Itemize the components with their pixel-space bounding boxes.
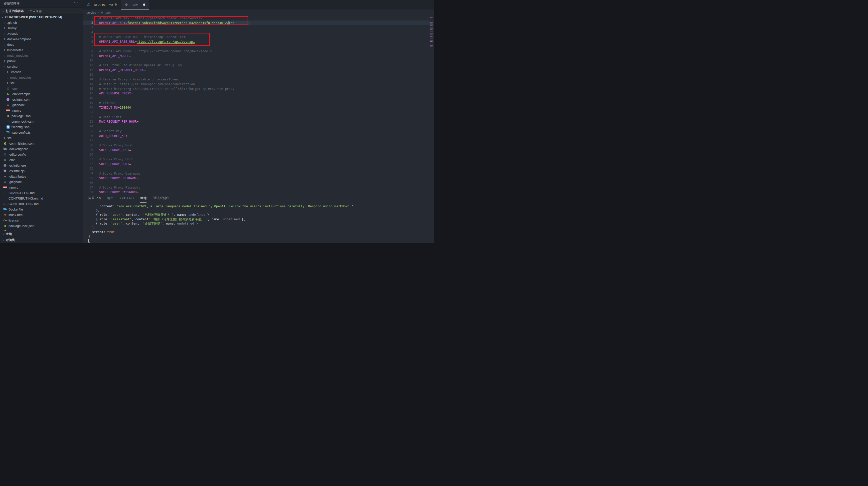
code-line-7[interactable]: 7 xyxy=(83,44,434,49)
line-number[interactable]: 20 xyxy=(83,106,93,109)
line-number[interactable]: 6 xyxy=(83,40,93,44)
code-line-9[interactable]: 9OPENAI_API_MODEL= xyxy=(83,53,434,58)
code-line-15[interactable]: 15# Default: https://ai.fakeopen.com/api… xyxy=(83,82,434,86)
code-line-5[interactable]: 5# OpenAI API Base URL - https://api.ope… xyxy=(83,34,434,39)
terminal-output[interactable]: content: "You are ChatGPT, a large langu… xyxy=(83,203,434,243)
line-number[interactable]: 18 xyxy=(83,96,93,100)
tab-readme[interactable]: i README.md M xyxy=(83,0,121,9)
tree-file-.editorconfig[interactable]: ⚙.editorconfig xyxy=(0,151,83,157)
code-line-16[interactable]: 16# More: https://github.com/transitive-… xyxy=(83,86,434,91)
line-number[interactable]: 25 xyxy=(83,130,93,133)
breadcrumb-file[interactable]: .env xyxy=(105,11,111,15)
tree-file-.eslintignore[interactable]: .eslintignore xyxy=(0,163,83,168)
line-number[interactable]: 37 xyxy=(83,186,93,189)
line-number[interactable]: 34 xyxy=(83,172,93,175)
tree-file-.commitlintrc.json[interactable]: {}.commitlintrc.json xyxy=(0,141,83,146)
code-line-3[interactable]: 3 xyxy=(83,25,434,30)
tree-file-license[interactable]: license xyxy=(0,218,83,223)
panel-tab-terminal[interactable]: 终端 xyxy=(140,194,147,203)
line-number[interactable]: 1 xyxy=(83,16,93,20)
panel-tab-problems[interactable]: 问题16 xyxy=(88,194,100,203)
tree-folder-docker-compose[interactable]: docker-compose xyxy=(0,36,83,42)
code-line-12[interactable]: 12OPENAI_API_DISABLE_DEBUG= xyxy=(83,67,434,72)
line-number[interactable]: 15 xyxy=(83,82,93,86)
code-line-33[interactable]: 33 xyxy=(83,166,434,171)
tree-folder-service[interactable]: service xyxy=(0,64,83,69)
more-actions-icon[interactable]: ··· xyxy=(74,0,79,5)
code-line-18[interactable]: 18 xyxy=(83,96,434,101)
tree-folder-.vscode[interactable]: .vscode xyxy=(0,31,83,36)
tree-file-.dockerignore[interactable]: .dockerignore xyxy=(0,146,83,151)
line-number[interactable]: 13 xyxy=(83,73,93,77)
line-number[interactable]: 4 xyxy=(83,30,93,34)
tree-folder-docs[interactable]: docs xyxy=(0,42,83,47)
line-number[interactable]: 12 xyxy=(83,68,93,72)
line-number[interactable]: 30 xyxy=(83,153,93,156)
code-line-10[interactable]: 10 xyxy=(83,58,434,63)
line-number[interactable]: 8 xyxy=(83,49,93,53)
code-line-24[interactable]: 24 xyxy=(83,124,434,128)
code-line-19[interactable]: 19# timeout xyxy=(83,101,434,105)
tree-folder-src[interactable]: src xyxy=(0,80,83,86)
code-line-4[interactable]: 4 xyxy=(83,30,434,35)
minimap[interactable] xyxy=(430,16,434,194)
code-line-17[interactable]: 17API_REVERSE_PROXY= xyxy=(83,91,434,96)
code-line-25[interactable]: 25# Secret key xyxy=(83,128,434,133)
tree-file-tsup.config.ts[interactable]: TStsup.config.ts xyxy=(0,130,83,135)
line-number[interactable]: 26 xyxy=(83,134,93,138)
tree-file-.eslintrc.json[interactable]: .eslintrc.json xyxy=(0,97,83,102)
tree-file-.npmrc[interactable]: npm.npmrc xyxy=(0,108,83,113)
line-number[interactable]: 9 xyxy=(83,54,93,57)
code-line-35[interactable]: 35SOCKS_PROXY_USERNAME= xyxy=(83,176,434,180)
code-line-37[interactable]: 37# Socks Proxy Password xyxy=(83,185,434,190)
code-line-13[interactable]: 13 xyxy=(83,72,434,77)
tree-folder-.husky[interactable]: .husky xyxy=(0,25,83,31)
code-line-34[interactable]: 34# Socks Proxy Username xyxy=(83,171,434,176)
code-line-1[interactable]: 1# OpenAI API Key - https://platform.ope… xyxy=(83,16,434,21)
tree-folder-node_modules[interactable]: node_modules xyxy=(0,75,83,80)
line-number[interactable]: 23 xyxy=(83,120,93,123)
tree-file-CONTRIBUTING.en.md[interactable]: ↓CONTRIBUTING.en.md xyxy=(0,196,83,201)
tree-folder-src[interactable]: src xyxy=(0,135,83,141)
tree-file-.env[interactable]: ⚙.env xyxy=(0,157,83,163)
line-number[interactable]: 38 xyxy=(83,191,93,194)
tab-env[interactable]: ⚙ .env xyxy=(121,0,149,9)
line-number[interactable]: 14 xyxy=(83,78,93,81)
tree-file-.gitignore[interactable]: ◆.gitignore xyxy=(0,179,83,184)
tree-folder-public[interactable]: public xyxy=(0,58,83,64)
tree-file-Dockerfile[interactable]: Dockerfile xyxy=(0,206,83,212)
line-number[interactable]: 28 xyxy=(83,143,93,147)
code-line-23[interactable]: 23MAX_REQUEST_PER_HOUR= xyxy=(83,119,434,124)
code-line-38[interactable]: 38SOCKS_PROXY_PASSWORD= xyxy=(83,190,434,194)
timeline-section[interactable]: 时间线 xyxy=(0,237,83,243)
code-line-26[interactable]: 26AUTH_SECRET_KEY= xyxy=(83,133,434,138)
line-number[interactable]: 10 xyxy=(83,59,93,62)
tree-folder-.github[interactable]: .github xyxy=(0,20,83,25)
line-number[interactable]: 24 xyxy=(83,125,93,128)
tree-file-.gitattributes[interactable]: ◆.gitattributes xyxy=(0,174,83,179)
line-number[interactable]: 29 xyxy=(83,148,93,151)
unsaved-dot-icon[interactable] xyxy=(143,3,145,6)
code-line-6[interactable]: 6OPENAI_API_BASE_URL=https://fastgpt.run… xyxy=(83,39,434,44)
tree-file-pnpm-lock.yaml[interactable]: !pnpm-lock.yaml xyxy=(0,119,83,124)
tree-file-.eslintrc.cjs[interactable]: .eslintrc.cjs xyxy=(0,168,83,174)
breadcrumb-folder[interactable]: service xyxy=(87,11,96,15)
tree-file-tsconfig.json[interactable]: TStsconfig.json xyxy=(0,124,83,130)
line-number[interactable]: 33 xyxy=(83,167,93,170)
tree-folder-.vscode[interactable]: .vscode xyxy=(0,69,83,75)
line-number[interactable]: 2 xyxy=(83,21,93,25)
line-number[interactable]: 17 xyxy=(83,92,93,95)
tree-file-CHANGELOG.md[interactable]: ◷CHANGELOG.md xyxy=(0,190,83,196)
tree-file-package.json[interactable]: {}package.json xyxy=(0,113,83,119)
tree-file-.env.example[interactable]: $.env.example xyxy=(0,91,83,97)
panel-tab-debug-console[interactable]: 调试控制台 xyxy=(153,194,169,203)
code-line-14[interactable]: 14# Reverse Proxy - Available on accessT… xyxy=(83,77,434,82)
code-line-31[interactable]: 31# Socks Proxy Port xyxy=(83,157,434,162)
line-number[interactable]: 3 xyxy=(83,26,93,29)
code-line-21[interactable]: 21 xyxy=(83,110,434,115)
tree-file-.gitignore[interactable]: ◆.gitignore xyxy=(0,102,83,108)
code-line-27[interactable]: 27 xyxy=(83,138,434,143)
code-line-22[interactable]: 22# Rate Limit xyxy=(83,115,434,119)
tree-folder-kubernetes[interactable]: kubernetes xyxy=(0,47,83,53)
line-number[interactable]: 7 xyxy=(83,45,93,48)
